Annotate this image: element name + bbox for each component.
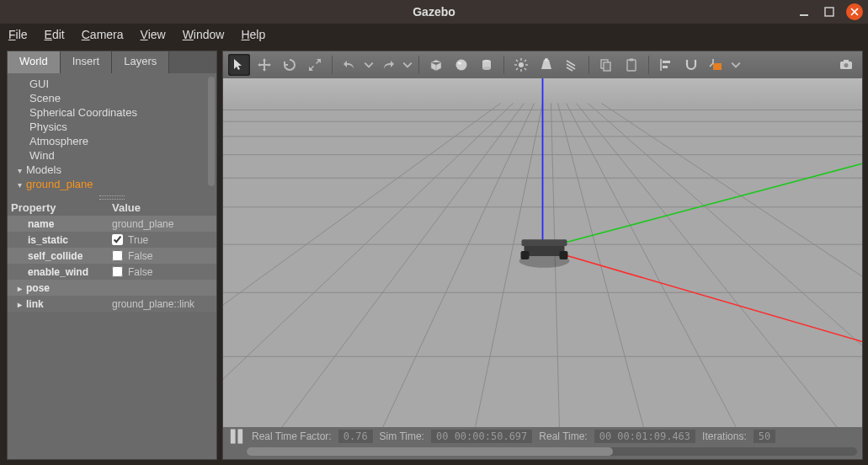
checkbox-is-static[interactable] — [112, 234, 123, 245]
bool-label: False — [128, 250, 152, 262]
prop-row-name[interactable]: name ground_plane — [8, 216, 216, 232]
undo-icon[interactable] — [338, 54, 360, 76]
prop-row-is-static[interactable]: is_static True — [8, 232, 216, 248]
selected-model-label: ground_plane — [26, 178, 93, 190]
axis-y — [543, 162, 863, 249]
menubar: File Edit Camera View Window Help — [0, 24, 868, 45]
point-light-icon[interactable] — [510, 54, 532, 76]
prop-key: self_collide — [8, 250, 109, 262]
paste-icon[interactable] — [620, 54, 642, 76]
tree-item-gui[interactable]: GUI — [9, 77, 215, 91]
pose-label: pose — [26, 282, 50, 294]
prop-key: ▸link — [8, 298, 109, 310]
close-button[interactable] — [846, 3, 863, 20]
directional-light-icon[interactable] — [561, 54, 583, 76]
tree-scrollbar[interactable] — [208, 77, 215, 186]
sim-time-value: 00 00:00:50.697 — [431, 430, 532, 443]
tree-item-wind[interactable]: Wind — [9, 148, 215, 163]
menu-view[interactable]: View — [141, 28, 166, 41]
tree-item-physics[interactable]: Physics — [9, 120, 215, 134]
svg-rect-57 — [559, 251, 567, 259]
iterations-label: Iterations: — [702, 430, 747, 442]
checkbox-enable-wind[interactable] — [112, 266, 123, 277]
robot-model[interactable] — [519, 239, 570, 268]
panel-splitter[interactable] — [8, 195, 216, 200]
cylinder-shape-icon[interactable] — [476, 54, 498, 76]
svg-line-42 — [588, 104, 862, 427]
copy-icon[interactable] — [595, 54, 617, 76]
redo-icon[interactable] — [377, 54, 399, 76]
rtf-label: Real Time Factor: — [252, 430, 332, 442]
move-tool-icon[interactable] — [253, 54, 275, 76]
left-panel: World Insert Layers GUI Scene Spherical … — [7, 51, 217, 460]
svg-rect-26 — [663, 66, 668, 68]
svg-rect-58 — [231, 429, 236, 443]
status-bar: Real Time Factor: 0.76 Sim Time: 00 00:0… — [223, 427, 862, 459]
status-scrollbar[interactable] — [247, 447, 857, 456]
tree-item-ground-plane[interactable]: ▾ground_plane — [9, 177, 215, 191]
prop-row-self-collide[interactable]: self_collide False — [8, 248, 216, 264]
cursor-tool-icon[interactable] — [228, 54, 250, 76]
transform-menu-icon[interactable] — [731, 54, 741, 76]
main-area: World Insert Layers GUI Scene Spherical … — [0, 45, 868, 465]
menu-window[interactable]: Window — [183, 28, 225, 41]
bool-label: True — [128, 234, 148, 246]
prop-val: False — [109, 250, 216, 262]
sphere-shape-icon[interactable] — [450, 54, 472, 76]
transform-icon[interactable] — [706, 54, 727, 76]
svg-line-41 — [576, 104, 837, 427]
scale-tool-icon[interactable] — [304, 54, 326, 76]
box-shape-icon[interactable] — [425, 54, 447, 76]
tab-world[interactable]: World — [8, 51, 61, 73]
rotate-tool-icon[interactable] — [279, 54, 301, 76]
checkbox-self-collide[interactable] — [112, 250, 123, 261]
toolbar-separator — [648, 56, 649, 74]
minimize-button[interactable] — [796, 3, 812, 20]
menu-file[interactable]: File — [8, 28, 28, 41]
menu-camera[interactable]: Camera — [82, 28, 124, 41]
svg-line-12 — [516, 60, 518, 61]
sim-time-label: Sim Time: — [380, 430, 424, 442]
prop-row-link[interactable]: ▸link ground_plane::link — [8, 296, 216, 312]
prop-val: False — [109, 266, 216, 278]
spot-light-icon[interactable] — [535, 54, 557, 76]
snap-icon[interactable] — [680, 54, 702, 76]
tab-insert[interactable]: Insert — [61, 51, 113, 73]
align-icon[interactable] — [655, 54, 677, 76]
tab-layers[interactable]: Layers — [112, 51, 169, 73]
viewport-toolbar — [223, 51, 862, 78]
caret-down-icon: ▾ — [18, 166, 26, 175]
toolbar-separator — [418, 56, 419, 74]
svg-line-29 — [710, 63, 713, 67]
tree-item-atmosphere[interactable]: Atmosphere — [9, 134, 215, 148]
svg-rect-23 — [630, 59, 633, 61]
tree-item-scene[interactable]: Scene — [9, 91, 215, 105]
svg-line-40 — [566, 104, 736, 427]
undo-menu-icon[interactable] — [364, 54, 374, 76]
prop-row-enable-wind[interactable]: enable_wind False — [8, 264, 216, 280]
window-controls — [796, 3, 863, 20]
redo-menu-icon[interactable] — [402, 54, 413, 76]
menu-help[interactable]: Help — [241, 28, 265, 41]
screenshot-icon[interactable] — [835, 54, 857, 76]
3d-viewport[interactable] — [223, 78, 862, 427]
maximize-button[interactable] — [821, 3, 838, 20]
svg-rect-1 — [825, 8, 833, 16]
menu-edit[interactable]: Edit — [45, 28, 65, 41]
property-fill — [8, 312, 216, 459]
property-header: Property Value — [8, 200, 216, 216]
svg-point-2 — [456, 60, 467, 71]
tree-item-spherical[interactable]: Spherical Coordinates — [9, 105, 215, 120]
prop-key: ▸pose — [8, 282, 109, 294]
toolbar-separator — [588, 56, 589, 74]
status-scrollbar-thumb[interactable] — [247, 447, 613, 456]
right-panel: Real Time Factor: 0.76 Sim Time: 00 00:0… — [222, 51, 863, 460]
real-time-label: Real Time: — [539, 430, 587, 442]
world-tree[interactable]: GUI Scene Spherical Coordinates Physics … — [8, 73, 216, 195]
prop-row-pose[interactable]: ▸pose — [8, 280, 216, 296]
bool-label: False — [128, 266, 152, 278]
status-row: Real Time Factor: 0.76 Sim Time: 00 00:0… — [223, 427, 862, 446]
svg-rect-25 — [663, 61, 670, 63]
pause-button[interactable] — [228, 428, 245, 445]
tree-item-models[interactable]: ▾Models — [9, 163, 215, 177]
